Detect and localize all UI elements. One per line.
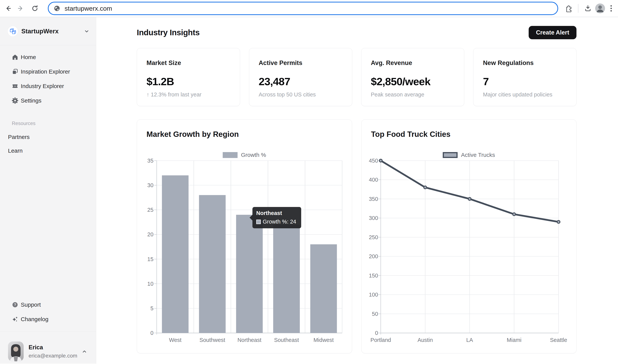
stat-value: $1.2B	[146, 75, 230, 88]
y-tick-label: 0	[150, 330, 153, 336]
stat-subtitle: Major cities updated policies	[483, 91, 567, 98]
data-point-miami[interactable]	[513, 213, 515, 216]
downloads-button[interactable]	[583, 3, 593, 14]
data-point-portland[interactable]	[379, 159, 382, 162]
sidebar-item-label: Support	[21, 301, 41, 308]
tooltip-title: Northeast	[256, 210, 296, 216]
url-text: startupwerx.com	[64, 5, 112, 12]
stat-value: 7	[483, 75, 567, 88]
sidebar-item-label: Home	[21, 54, 36, 60]
x-tick-label: LA	[466, 337, 473, 343]
stat-card-avg-revenue: Avg. Revenue $2,850/week Peak season ave…	[361, 48, 464, 106]
sparkles-icon	[12, 316, 18, 323]
sidebar-nav: Home Inspiration Explorer Industry Explo…	[0, 45, 96, 158]
chevron-up-icon	[81, 349, 87, 354]
url-bar[interactable]: startupwerx.com	[48, 2, 558, 15]
create-alert-button[interactable]: Create Alert	[529, 26, 577, 39]
copy-icon	[12, 68, 18, 75]
sidebar-item-settings[interactable]: Settings	[0, 93, 96, 108]
bar-chart-svg: 05101520253035WestSouthwestNortheastSout…	[137, 120, 352, 353]
y-tick-label: 5	[150, 305, 153, 312]
line-chart-svg: 050100150200250300350400450PortlandAusti…	[361, 120, 577, 353]
svg-text:?: ?	[14, 303, 16, 307]
main-content: Industry Insights Create Alert Market Si…	[96, 17, 618, 364]
tooltip-value: Growth %: 24	[263, 219, 296, 225]
stat-title: Market Size	[146, 59, 230, 66]
data-point-la[interactable]	[468, 197, 471, 200]
y-tick-label: 100	[369, 292, 378, 298]
chevron-down-icon	[84, 28, 90, 34]
stat-title: New Regulations	[483, 59, 567, 66]
sidebar-spacer	[0, 158, 96, 298]
browser-menu-button[interactable]	[607, 3, 615, 14]
bar-northeast[interactable]	[236, 215, 263, 333]
x-tick-label: Miami	[507, 337, 521, 343]
page-title: Industry Insights	[137, 28, 200, 37]
reload-icon	[31, 5, 39, 12]
sidebar: StartupWerx Home Inspiration Explorer	[0, 17, 96, 364]
sidebar-item-label: Changelog	[21, 316, 48, 323]
back-arrow-icon	[4, 5, 12, 12]
y-tick-label: 200	[369, 253, 378, 259]
sidebar-item-home[interactable]: Home	[0, 50, 96, 65]
y-tick-label: 450	[369, 158, 378, 164]
sidebar-item-learn[interactable]: Learn	[0, 144, 96, 158]
bar-southwest[interactable]	[199, 195, 226, 333]
line-chart-card: Top Food Truck Cities Active Trucks 0501…	[361, 119, 577, 353]
stat-subtitle: Across top 50 US cities	[259, 91, 343, 98]
sidebar-footer-nav: ? Support Changelog	[0, 298, 96, 326]
forward-button[interactable]	[15, 3, 26, 14]
sidebar-item-label: Partners	[8, 134, 29, 140]
sidebar-item-partners[interactable]: Partners	[0, 130, 96, 144]
sidebar-item-inspiration-explorer[interactable]: Inspiration Explorer	[0, 65, 96, 79]
ticket-icon	[12, 83, 18, 89]
sidebar-item-label: Industry Explorer	[21, 83, 64, 89]
bar-west[interactable]	[162, 175, 189, 333]
bar-southeast[interactable]	[273, 225, 300, 333]
back-button[interactable]	[3, 3, 13, 14]
extensions-button[interactable]	[563, 3, 574, 14]
data-point-seattle[interactable]	[557, 221, 560, 223]
y-tick-label: 150	[369, 273, 378, 279]
data-point-austin[interactable]	[424, 186, 426, 189]
stat-value: $2,850/week	[371, 75, 455, 88]
x-tick-label: West	[169, 337, 181, 343]
y-tick-label: 25	[147, 207, 153, 213]
browser-profile-avatar[interactable]	[595, 3, 605, 13]
x-tick-label: Portland	[370, 337, 391, 343]
stat-title: Active Permits	[259, 59, 343, 66]
reload-button[interactable]	[29, 3, 40, 14]
stat-value: 23,487	[259, 75, 343, 88]
stat-subtitle: ↑ 12.3% from last year	[146, 91, 230, 98]
stat-title: Avg. Revenue	[371, 59, 455, 66]
y-tick-label: 20	[147, 231, 153, 237]
sidebar-item-changelog[interactable]: Changelog	[0, 312, 96, 326]
brand-name: StartupWerx	[21, 28, 59, 35]
y-tick-label: 350	[369, 196, 378, 202]
sidebar-item-industry-explorer[interactable]: Industry Explorer	[0, 79, 96, 93]
y-tick-label: 50	[372, 311, 378, 317]
chrome-divider	[578, 4, 578, 13]
download-icon	[584, 4, 592, 13]
brand-logo	[8, 26, 18, 36]
kebab-menu-icon	[610, 5, 612, 12]
sidebar-item-label: Learn	[8, 147, 23, 154]
x-tick-label: Seattle	[550, 337, 567, 343]
workspace-switcher[interactable]: StartupWerx	[0, 17, 96, 45]
user-profile[interactable]: Erica erica@example.com	[0, 332, 96, 364]
x-tick-label: Southwest	[199, 337, 225, 343]
help-icon: ?	[12, 301, 18, 308]
user-meta: Erica erica@example.com	[29, 344, 77, 359]
user-email: erica@example.com	[29, 353, 77, 359]
stat-subtitle: Peak season average	[371, 91, 455, 98]
sidebar-item-support[interactable]: ? Support	[0, 298, 96, 312]
y-tick-label: 10	[147, 281, 153, 287]
bar-midwest[interactable]	[310, 244, 337, 333]
tooltip-swatch	[256, 220, 261, 224]
cubes-logo-icon	[8, 26, 18, 36]
gear-icon	[12, 97, 18, 104]
stat-card-market-size: Market Size $1.2B ↑ 12.3% from last year	[137, 48, 240, 106]
charts-row: Market Growth by Region Growth % 0510152…	[137, 119, 577, 353]
forward-arrow-icon	[17, 5, 25, 12]
avatar-photo	[595, 3, 605, 13]
